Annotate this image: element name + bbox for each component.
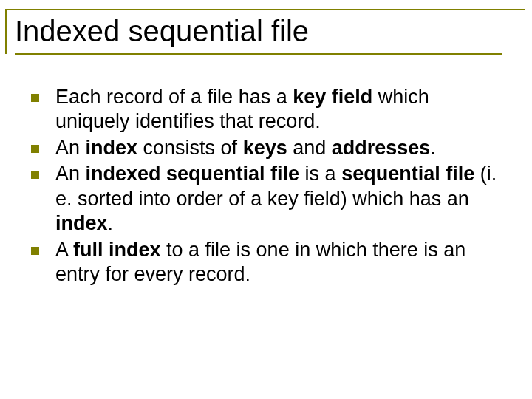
bullet-icon bbox=[31, 171, 39, 179]
list-item: Each record of a file has a key field wh… bbox=[31, 85, 504, 134]
title-underline bbox=[15, 53, 502, 55]
bullet-text: A full index to a file is one in which t… bbox=[55, 238, 504, 287]
bullet-text: An index consists of keys and addresses. bbox=[55, 136, 436, 160]
bullet-list: Each record of a file has a key field wh… bbox=[31, 85, 504, 289]
slide: Indexed sequential file Each record of a… bbox=[0, 0, 532, 399]
title-rule-left bbox=[5, 9, 7, 54]
bullet-text: An indexed sequential file is a sequenti… bbox=[55, 162, 504, 236]
bullet-icon bbox=[31, 94, 39, 102]
bullet-icon bbox=[31, 145, 39, 153]
list-item: An index consists of keys and addresses. bbox=[31, 136, 504, 160]
bullet-icon bbox=[31, 247, 39, 255]
bullet-text: Each record of a file has a key field wh… bbox=[55, 85, 504, 134]
slide-title: Indexed sequential file bbox=[15, 15, 309, 48]
title-rule-top bbox=[5, 9, 525, 10]
list-item: A full index to a file is one in which t… bbox=[31, 238, 504, 287]
list-item: An indexed sequential file is a sequenti… bbox=[31, 162, 504, 236]
